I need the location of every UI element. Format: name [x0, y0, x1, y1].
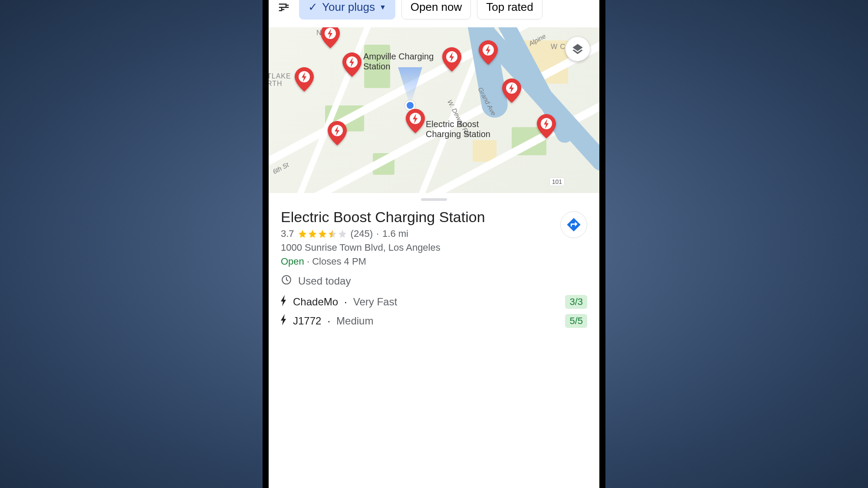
plug-name: ChadeMo — [293, 296, 338, 308]
plug-availability: 5/5 — [565, 314, 587, 328]
map-pin[interactable] — [479, 40, 498, 65]
phone-frame: 4:12 ✓Your plugs▼ Open now Top rated 6th… — [263, 0, 605, 488]
chip-label: Your plugs — [322, 0, 375, 14]
review-count: (245) — [351, 228, 373, 239]
screen: 4:12 ✓Your plugs▼ Open now Top rated 6th… — [269, 0, 599, 488]
plug-name: J1772 — [293, 315, 321, 327]
plug-row: J1772 · Medium 5/5 — [281, 314, 587, 328]
map-pin[interactable] — [295, 67, 314, 92]
layers-button[interactable] — [566, 37, 590, 61]
rating-row: 3.7 (245) · 1.6 mi — [281, 228, 553, 239]
bolt-icon — [281, 295, 287, 309]
place-sheet: Electric Boost Charging Station 3.7 (245… — [269, 201, 599, 328]
route-badge: 101 — [549, 177, 565, 186]
plug-availability: 3/3 — [565, 295, 587, 309]
chip-top-rated[interactable]: Top rated — [477, 0, 542, 20]
plug-speed: Medium — [336, 315, 373, 327]
distance: 1.6 mi — [382, 228, 408, 239]
chevron-down-icon: ▼ — [379, 3, 386, 11]
chip-open-now[interactable]: Open now — [401, 0, 471, 20]
chip-label: Open now — [411, 0, 462, 14]
chip-label: Top rated — [486, 0, 533, 14]
map-pin[interactable] — [406, 109, 425, 133]
place-title: Electric Boost Charging Station — [281, 209, 553, 226]
map-pin[interactable] — [342, 52, 362, 77]
open-status: Open — [281, 256, 304, 267]
filter-chips: ✓Your plugs▼ Open now Top rated — [269, 0, 599, 27]
area-label: TLAKERTH — [269, 72, 291, 88]
rating-value: 3.7 — [281, 228, 294, 239]
bolt-icon — [281, 314, 287, 328]
plug-speed: Very Fast — [353, 296, 397, 308]
used-label: Used today — [298, 275, 351, 287]
map-poi-label[interactable]: Electric BoostCharging Station — [426, 119, 490, 139]
clock-icon — [281, 274, 292, 288]
hours-row: Open · Closes 4 PM — [281, 256, 553, 267]
map-pin[interactable] — [502, 79, 521, 103]
map-poi-label[interactable]: Ampville ChargingStation — [363, 52, 434, 72]
directions-button[interactable] — [560, 211, 587, 238]
closes-at: Closes 4 PM — [312, 256, 366, 267]
place-address: 1000 Sunrise Town Blvd, Los Angeles — [281, 242, 553, 253]
chip-your-plugs[interactable]: ✓Your plugs▼ — [299, 0, 395, 20]
map-pin[interactable] — [328, 121, 347, 145]
map-view[interactable]: 6th St W. Dewap Rd Grand Ave Alpine TLAK… — [269, 27, 599, 193]
map-pin[interactable] — [321, 27, 340, 48]
check-icon: ✓ — [308, 0, 318, 14]
map-pin[interactable] — [442, 47, 461, 72]
plug-row: ChadeMo · Very Fast 3/3 — [281, 295, 587, 309]
rating-stars — [298, 229, 347, 239]
map-pin[interactable] — [537, 114, 556, 138]
area-label: W C — [551, 43, 566, 51]
filter-icon[interactable] — [276, 0, 291, 15]
used-today-row: Used today — [281, 274, 587, 288]
